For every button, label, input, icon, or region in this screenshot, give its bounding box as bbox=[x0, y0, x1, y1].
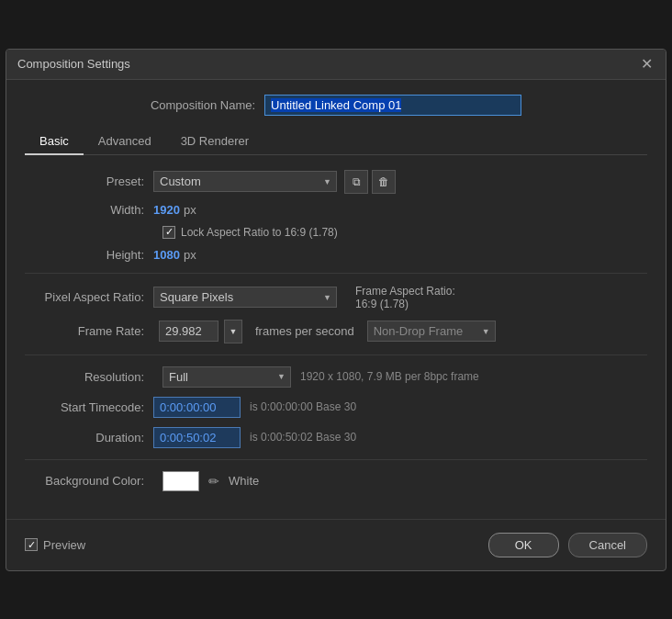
duration-label: Duration: bbox=[25, 431, 144, 445]
separator-3 bbox=[25, 459, 647, 460]
dialog-footer: Preview OK Cancel bbox=[6, 519, 666, 570]
preview-checkbox[interactable] bbox=[25, 538, 38, 551]
preset-label: Preset: bbox=[25, 174, 144, 188]
eyedropper-icon[interactable]: ✏ bbox=[208, 474, 219, 489]
tab-3d-renderer[interactable]: 3D Renderer bbox=[166, 129, 263, 155]
preset-icons: ⧉ 🗑 bbox=[344, 170, 396, 194]
preview-row: Preview bbox=[25, 538, 85, 552]
lock-aspect-label: Lock Aspect Ratio to 16:9 (1.78) bbox=[181, 226, 338, 239]
resolution-select[interactable]: Full Half Third Quarter Custom... bbox=[162, 366, 291, 388]
comp-name-input[interactable] bbox=[264, 95, 521, 116]
ok-button[interactable]: OK bbox=[488, 533, 559, 557]
comp-name-label: Composition Name: bbox=[151, 98, 255, 112]
composition-settings-dialog: Composition Settings ✕ Composition Name:… bbox=[6, 49, 666, 571]
duration-row: Duration: is 0:00:50:02 Base 30 bbox=[25, 427, 647, 448]
frame-rate-input[interactable] bbox=[159, 321, 218, 342]
frame-aspect-value: 16:9 (1.78) bbox=[355, 298, 455, 310]
pixel-aspect-label: Pixel Aspect Ratio: bbox=[25, 290, 144, 304]
resolution-info: 1920 x 1080, 7.9 MB per 8bpc frame bbox=[300, 370, 479, 383]
frame-rate-row: Frame Rate: ▼ frames per second Non-Drop… bbox=[25, 320, 647, 343]
start-timecode-row: Start Timecode: is 0:00:00:00 Base 30 bbox=[25, 397, 647, 418]
non-drop-wrapper: Non-Drop Frame Drop Frame bbox=[367, 321, 496, 342]
background-color-label: Background Color: bbox=[25, 474, 144, 488]
start-timecode-info: is 0:00:00:00 Base 30 bbox=[250, 400, 356, 413]
width-unit: px bbox=[184, 203, 196, 217]
frame-rate-arrow[interactable]: ▼ bbox=[224, 320, 242, 343]
duration-input[interactable] bbox=[153, 427, 241, 448]
preset-select[interactable]: Custom HDTV 1080 29.97 HDTV 720 29.97 Fi… bbox=[153, 171, 337, 192]
preset-copy-button[interactable]: ⧉ bbox=[344, 170, 368, 194]
resolution-row: Resolution: Full Half Third Quarter Cust… bbox=[25, 366, 647, 388]
dialog-title: Composition Settings bbox=[17, 57, 130, 71]
cancel-button[interactable]: Cancel bbox=[568, 533, 647, 557]
title-bar: Composition Settings ✕ bbox=[6, 50, 666, 80]
separator-1 bbox=[25, 273, 647, 274]
duration-info: is 0:00:50:02 Base 30 bbox=[250, 431, 356, 444]
pixel-aspect-select[interactable]: Square Pixels D1/DV NTSC (0.91) D1/DV PA… bbox=[153, 287, 337, 308]
footer-buttons: OK Cancel bbox=[488, 533, 647, 557]
tab-basic[interactable]: Basic bbox=[25, 129, 84, 155]
separator-2 bbox=[25, 355, 647, 355]
frame-aspect-label: Frame Aspect Ratio: bbox=[355, 285, 455, 298]
height-label: Height: bbox=[25, 248, 144, 262]
tab-advanced[interactable]: Advanced bbox=[84, 129, 166, 155]
preset-row: Preset: Custom HDTV 1080 29.97 HDTV 720 … bbox=[25, 170, 647, 194]
start-timecode-input[interactable] bbox=[153, 397, 241, 418]
lock-aspect-inner: Lock Aspect Ratio to 16:9 (1.78) bbox=[162, 226, 338, 239]
width-value: 1920 bbox=[153, 203, 180, 217]
frame-rate-unit: frames per second bbox=[255, 324, 354, 338]
close-button[interactable]: ✕ bbox=[639, 57, 655, 72]
background-color-name: White bbox=[229, 474, 259, 488]
width-row: Width: 1920 px bbox=[25, 203, 647, 217]
frame-rate-label: Frame Rate: bbox=[25, 324, 144, 338]
preset-select-wrapper: Custom HDTV 1080 29.97 HDTV 720 29.97 Fi… bbox=[153, 171, 337, 192]
lock-aspect-row: Lock Aspect Ratio to 16:9 (1.78) bbox=[43, 226, 647, 239]
comp-name-row: Composition Name: bbox=[25, 95, 647, 116]
pixel-aspect-select-wrapper: Square Pixels D1/DV NTSC (0.91) D1/DV PA… bbox=[153, 287, 337, 308]
resolution-select-wrapper: Full Half Third Quarter Custom... bbox=[162, 366, 291, 388]
background-color-swatch[interactable] bbox=[162, 471, 199, 491]
frame-aspect-box: Frame Aspect Ratio: 16:9 (1.78) bbox=[355, 285, 455, 310]
tab-bar: Basic Advanced 3D Renderer bbox=[25, 129, 647, 155]
non-drop-select[interactable]: Non-Drop Frame Drop Frame bbox=[367, 321, 496, 342]
preview-label: Preview bbox=[43, 538, 85, 552]
height-row: Height: 1080 px bbox=[25, 248, 647, 262]
preset-delete-button[interactable]: 🗑 bbox=[372, 170, 396, 194]
lock-aspect-checkbox[interactable] bbox=[162, 226, 175, 239]
height-unit: px bbox=[184, 248, 196, 262]
background-color-row: Background Color: ✏ White bbox=[25, 471, 647, 491]
start-timecode-label: Start Timecode: bbox=[25, 400, 144, 414]
width-label: Width: bbox=[25, 203, 144, 217]
resolution-label: Resolution: bbox=[25, 370, 144, 384]
height-value: 1080 bbox=[153, 248, 180, 262]
dialog-content: Composition Name: Basic Advanced 3D Rend… bbox=[6, 80, 666, 515]
pixel-aspect-row: Pixel Aspect Ratio: Square Pixels D1/DV … bbox=[25, 285, 647, 310]
